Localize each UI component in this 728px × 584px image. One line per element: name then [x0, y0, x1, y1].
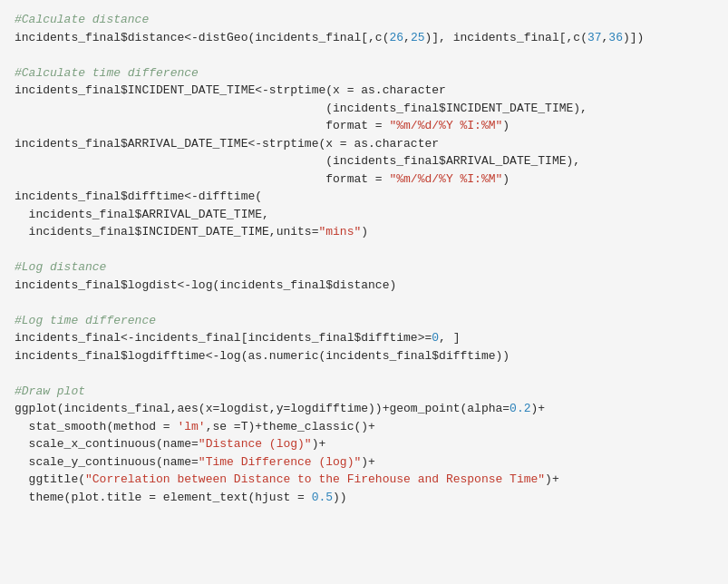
comment-text: #Draw plot — [15, 384, 85, 398]
code-text: theme(plot.title = element_text(hjust = — [15, 491, 312, 504]
code-line: format = "%m/%d/%Y %I:%M") — [15, 117, 713, 135]
code-text: scale_y_continuous(name= — [15, 455, 199, 469]
number-literal: 0.2 — [510, 402, 530, 415]
number-literal: 25 — [411, 31, 425, 44]
code-text: )) — [333, 491, 347, 504]
code-line: incidents_final$logdifftime<-log(as.nume… — [15, 347, 713, 365]
code-line: incidents_final$ARRIVAL_DATE_TIME<-strpt… — [15, 135, 713, 153]
code-content: #Calculate distanceincidents_final$dista… — [15, 11, 713, 506]
code-text: )+ — [361, 455, 375, 469]
string-literal: "Time Difference (log)" — [199, 455, 361, 469]
code-text: scale_x_continuous(name= — [15, 437, 199, 451]
code-text: ggtitle( — [15, 472, 85, 486]
code-line: stat_smooth(method = 'lm',se =T)+theme_c… — [15, 418, 713, 436]
number-literal: 0.5 — [312, 491, 333, 504]
code-line: incidents_final$INCIDENT_DATE_TIME<-strp… — [15, 82, 713, 100]
code-line: (incidents_final$INCIDENT_DATE_TIME), — [15, 100, 713, 118]
number-literal: 0 — [432, 331, 439, 345]
code-line: scale_y_continuous(name="Time Difference… — [15, 453, 713, 472]
code-text: incidents_final$distance<-distGeo(incide… — [15, 31, 389, 44]
code-line: incidents_final$ARRIVAL_DATE_TIME, — [15, 206, 713, 224]
code-text: )]) — [623, 31, 644, 44]
string-literal: "%m/%d/%Y %I:%M" — [389, 172, 502, 186]
code-text: incidents_final<-incidents_final[inciden… — [15, 331, 432, 345]
code-line: incidents_final$difftime<-difftime( — [15, 188, 713, 206]
code-line: scale_x_continuous(name="Distance (log)"… — [15, 435, 713, 453]
code-text: format = — [15, 172, 389, 186]
code-text: incidents_final$difftime<-difftime( — [15, 190, 262, 203]
code-line: incidents_final$logdist<-log(incidents_f… — [15, 277, 713, 295]
code-text: (incidents_final$ARRIVAL_DATE_TIME), — [15, 154, 580, 168]
string-literal: "Distance (log)" — [199, 437, 312, 451]
code-line — [15, 46, 713, 64]
code-line: #Calculate time difference — [15, 64, 713, 83]
code-text: (incidents_final$INCIDENT_DATE_TIME), — [15, 102, 587, 115]
code-text: incidents_final$INCIDENT_DATE_TIME,units… — [15, 225, 318, 238]
code-line: ggtitle("Correlation between Distance to… — [15, 471, 713, 489]
code-text: ) — [361, 225, 368, 238]
code-text: incidents_final$ARRIVAL_DATE_TIME, — [15, 208, 269, 221]
comment-text: #Log time difference — [15, 314, 156, 327]
comment-text: #Log distance — [15, 260, 106, 274]
string-literal: "Correlation between Distance to the Fir… — [85, 472, 545, 486]
code-line — [15, 241, 713, 259]
code-line: #Log time difference — [15, 312, 713, 330]
code-line: incidents_final$distance<-distGeo(incide… — [15, 29, 713, 47]
code-line: (incidents_final$ARRIVAL_DATE_TIME), — [15, 152, 713, 170]
code-text: format = — [15, 119, 389, 132]
code-text: )], incidents_final[,c( — [425, 31, 587, 44]
code-text: ) — [502, 119, 510, 132]
code-line: ggplot(incidents_final,aes(x=logdist,y=l… — [15, 400, 713, 418]
code-line: #Calculate distance — [15, 11, 713, 29]
string-literal: "%m/%d/%Y %I:%M" — [389, 119, 502, 132]
code-text: incidents_final$logdifftime<-log(as.nume… — [15, 349, 510, 363]
code-text: incidents_final$logdist<-log(incidents_f… — [15, 278, 396, 292]
code-line: #Draw plot — [15, 383, 713, 401]
code-text: , ] — [439, 331, 460, 345]
string-literal: "mins" — [318, 225, 361, 238]
code-line: incidents_final<-incidents_final[inciden… — [15, 329, 713, 347]
code-line — [15, 365, 713, 383]
code-text: ) — [502, 172, 510, 186]
code-editor: #Calculate distanceincidents_final$dista… — [0, 0, 728, 584]
code-text: incidents_final$INCIDENT_DATE_TIME<-strp… — [15, 83, 446, 97]
code-text: )+ — [531, 402, 546, 415]
code-line: #Log distance — [15, 258, 713, 277]
comment-text: #Calculate time difference — [15, 66, 199, 80]
code-text: incidents_final$ARRIVAL_DATE_TIME<-strpt… — [15, 137, 439, 151]
code-text: , — [403, 31, 411, 44]
number-literal: 37 — [587, 31, 602, 44]
number-literal: 26 — [389, 31, 403, 44]
code-line: theme(plot.title = element_text(hjust = … — [15, 489, 713, 507]
number-literal: 36 — [608, 31, 623, 44]
code-text: stat_smooth(method = — [15, 420, 177, 433]
code-line: incidents_final$INCIDENT_DATE_TIME,units… — [15, 223, 713, 241]
code-text: ,se =T)+theme_classic()+ — [206, 420, 375, 433]
code-line: format = "%m/%d/%Y %I:%M") — [15, 170, 713, 189]
code-text: )+ — [545, 472, 559, 486]
code-line — [15, 294, 713, 312]
string-literal: 'lm' — [177, 420, 205, 433]
code-text: ggplot(incidents_final,aes(x=logdist,y=l… — [15, 402, 510, 415]
code-text: )+ — [312, 437, 326, 451]
comment-text: #Calculate distance — [15, 13, 149, 26]
